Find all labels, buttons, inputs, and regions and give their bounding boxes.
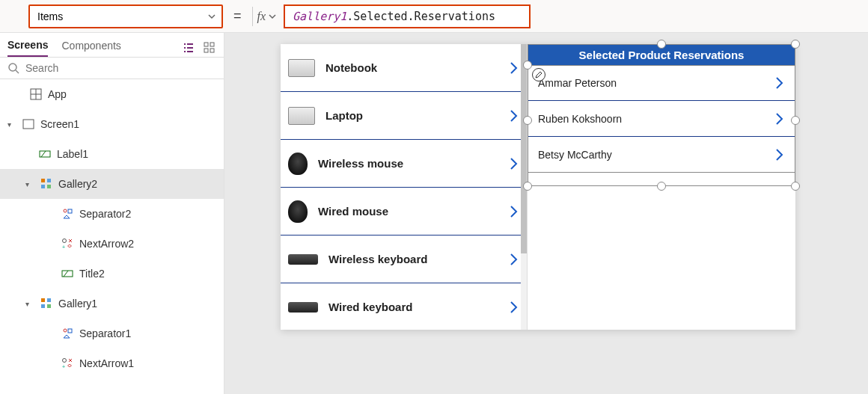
chevron-right-icon[interactable] — [509, 204, 519, 219]
caret-down-icon: ▾ — [7, 120, 16, 129]
gallery1-item-label: Wireless keyboard — [328, 253, 498, 265]
chevron-right-icon[interactable] — [774, 76, 785, 90]
svg-rect-0 — [204, 43, 208, 46]
chevron-right-icon[interactable] — [509, 156, 519, 171]
tree-item-title2[interactable]: Title2 — [0, 259, 224, 289]
gallery1-item-label: Wired keyboard — [328, 301, 498, 313]
gallery1-item[interactable]: Laptop — [281, 92, 527, 140]
resize-handle[interactable] — [791, 40, 800, 49]
gallery2-item[interactable]: Betsy McCarthy — [528, 137, 795, 173]
svg-rect-29 — [68, 329, 72, 333]
gallery2-item-label: Ammar Peterson — [538, 77, 617, 89]
gallery1[interactable]: NotebookLaptopWireless mouseWired mouseW… — [281, 44, 528, 330]
tree-item-gallery1[interactable]: ▾ Gallery1 — [0, 289, 224, 318]
caret-down-icon: ▾ — [25, 180, 34, 188]
icon-control-icon: + — [60, 357, 75, 370]
chevron-right-icon[interactable] — [774, 147, 785, 162]
separator-icon — [60, 207, 75, 221]
tree-item-nextarrow2[interactable]: + NextArrow2 — [0, 229, 224, 259]
gallery1-item[interactable]: Wired mouse — [281, 188, 527, 236]
gallery-icon — [39, 177, 54, 191]
svg-rect-27 — [47, 304, 51, 308]
resize-handle[interactable] — [523, 61, 532, 70]
list-view-icon[interactable] — [182, 41, 195, 55]
scrollbar-thumb[interactable] — [521, 44, 527, 253]
formula-bar: Items = fx Gallery1.Selected.Reservation… — [0, 0, 868, 33]
gallery1-item[interactable]: Wired keyboard — [281, 283, 527, 330]
gallery1-item-label: Notebook — [326, 61, 498, 74]
svg-rect-14 — [41, 185, 45, 188]
tree-item-gallery2[interactable]: ▾ Gallery2 — [0, 169, 224, 199]
app-icon — [28, 87, 43, 101]
gallery2[interactable]: Ammar PetersonRuben KokshoornBetsy McCar… — [528, 65, 795, 173]
svg-point-18 — [63, 239, 67, 243]
chevron-right-icon[interactable] — [509, 252, 519, 267]
svg-line-11 — [41, 151, 46, 157]
edit-badge-icon[interactable] — [532, 68, 545, 81]
resize-handle[interactable] — [657, 182, 666, 191]
svg-rect-24 — [41, 298, 45, 302]
tree-item-screen1[interactable]: ▾ Screen1 — [0, 109, 224, 139]
tree-item-separator2[interactable]: Separator2 — [0, 199, 224, 229]
icon-control-icon: + — [60, 237, 75, 250]
resize-handle[interactable] — [523, 182, 532, 191]
svg-point-30 — [63, 359, 67, 363]
caret-down-icon: ▾ — [25, 300, 34, 308]
canvas[interactable]: NotebookLaptopWireless mouseWired mouseW… — [224, 33, 868, 394]
svg-point-16 — [64, 209, 67, 212]
right-column: Selected Product Reservations Ammar Pete… — [528, 44, 795, 330]
label-icon — [60, 267, 75, 280]
formula-input[interactable]: Gallery1.Selected.Reservations — [284, 4, 531, 28]
resize-handle[interactable] — [523, 116, 532, 125]
resize-handle[interactable] — [791, 182, 800, 191]
kbd-thumb — [288, 254, 318, 265]
grid-view-icon[interactable] — [203, 41, 216, 55]
tree-item-label1[interactable]: Label1 — [0, 139, 224, 169]
label-icon — [37, 147, 52, 161]
svg-rect-3 — [210, 49, 214, 52]
svg-point-28 — [64, 329, 67, 332]
search-row — [0, 57, 224, 79]
svg-point-4 — [9, 64, 16, 71]
property-name: Items — [37, 10, 63, 22]
svg-text:+: + — [62, 364, 65, 369]
screen-icon — [21, 117, 36, 131]
gallery2-item[interactable]: Ruben Kokshoorn — [528, 101, 795, 137]
divider — [252, 7, 253, 26]
gallery1-item-label: Laptop — [326, 109, 498, 122]
svg-text:+: + — [62, 244, 65, 250]
gallery2-item-label: Betsy McCarthy — [538, 149, 612, 161]
chevron-right-icon[interactable] — [509, 108, 519, 123]
svg-rect-15 — [47, 185, 51, 188]
property-dropdown[interactable]: Items — [28, 4, 223, 28]
chevron-right-icon[interactable] — [509, 61, 519, 76]
svg-rect-25 — [47, 298, 51, 302]
svg-line-5 — [16, 70, 19, 73]
gallery-icon — [39, 297, 54, 310]
svg-rect-12 — [41, 179, 45, 182]
tree-item-nextarrow1[interactable]: + NextArrow1 — [0, 348, 224, 378]
chevron-right-icon[interactable] — [774, 111, 785, 126]
resize-handle[interactable] — [791, 116, 800, 125]
gallery1-item-label: Wireless mouse — [318, 157, 498, 170]
mouse-thumb — [288, 200, 308, 223]
tree-item-separator1[interactable]: Separator1 — [0, 318, 224, 348]
fx-button[interactable]: fx — [257, 10, 277, 23]
gallery1-item[interactable]: Wireless keyboard — [281, 236, 527, 283]
search-input[interactable] — [25, 62, 216, 74]
laptop-thumb — [288, 59, 315, 77]
app-preview: NotebookLaptopWireless mouseWired mouseW… — [281, 44, 795, 330]
chevron-right-icon[interactable] — [509, 300, 519, 315]
gallery2-item[interactable]: Ammar Peterson — [528, 65, 795, 101]
tab-components[interactable]: Components — [61, 40, 120, 56]
chevron-down-icon — [269, 13, 276, 20]
resize-handle[interactable] — [657, 40, 666, 49]
gallery1-item[interactable]: Notebook — [281, 44, 527, 92]
tree-view-panel: Screens Components — [0, 33, 224, 394]
gallery1-item[interactable]: Wireless mouse — [281, 140, 527, 188]
tree-item-app[interactable]: App — [0, 79, 224, 109]
svg-rect-9 — [23, 120, 34, 129]
tab-screens[interactable]: Screens — [7, 39, 48, 57]
tree-view: App ▾ Screen1 Label1 ▾ Galle — [0, 79, 224, 394]
svg-rect-2 — [204, 49, 208, 52]
